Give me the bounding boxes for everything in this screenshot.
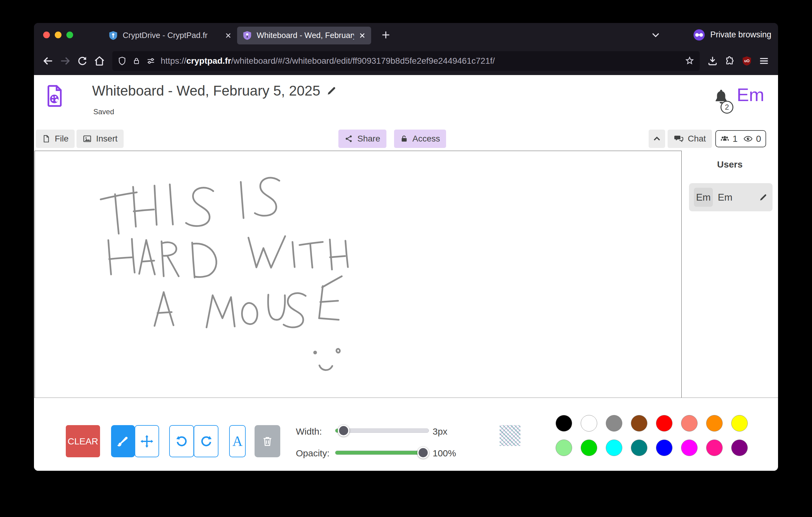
tab-whiteboard[interactable]: Whiteboard - Wed, February 5, 2 — [237, 27, 371, 45]
page-title-row: Whiteboard - Wed, February 5, 2025 — [92, 82, 337, 99]
color-swatch[interactable] — [631, 415, 647, 432]
url-bar[interactable]: https://cryptpad.fr/whiteboard/#/3/white… — [112, 51, 700, 71]
bookmark-star-icon[interactable] — [685, 56, 695, 66]
text-tool-button[interactable]: A — [229, 425, 246, 457]
reload-button[interactable] — [75, 54, 89, 68]
desktop-background: CryptDrive - CryptPad.fr Whiteboard - We… — [0, 0, 812, 517]
cryptpad-shield-icon — [242, 30, 253, 41]
insert-menu-label: Insert — [96, 134, 117, 144]
color-swatch[interactable] — [606, 439, 622, 456]
drawing-stroke — [319, 318, 339, 320]
width-slider[interactable] — [335, 429, 429, 433]
drawing-stroke — [170, 184, 173, 224]
private-browsing-label: Private browsing — [710, 30, 771, 39]
forward-button[interactable] — [58, 54, 72, 68]
drawing-stroke — [154, 292, 164, 326]
redo-button[interactable] — [194, 425, 219, 457]
delete-tool-button[interactable] — [255, 425, 280, 457]
move-tool-button[interactable] — [135, 425, 159, 457]
color-swatch[interactable] — [631, 439, 647, 456]
user-list-item[interactable]: Em Em — [689, 183, 773, 211]
undo-button[interactable] — [169, 425, 194, 457]
account-avatar[interactable]: Em — [737, 84, 764, 105]
color-swatch[interactable] — [581, 439, 597, 456]
color-swatch[interactable] — [731, 415, 748, 432]
hamburger-menu-icon — [758, 55, 770, 67]
notifications-count-badge: 2 — [721, 101, 733, 114]
insert-menu-button[interactable]: Insert — [77, 130, 124, 148]
opacity-slider-thumb[interactable] — [417, 447, 429, 459]
puzzle-icon — [724, 55, 735, 66]
url-text[interactable]: https://cryptpad.fr/whiteboard/#/3/white… — [161, 56, 681, 66]
opacity-label: Opacity: — [296, 448, 329, 459]
forward-arrow-icon — [59, 55, 71, 67]
width-slider-thumb[interactable] — [338, 425, 349, 436]
color-swatch[interactable] — [606, 415, 622, 432]
app-menu-button[interactable] — [757, 54, 771, 68]
drawing-stroke — [345, 241, 348, 267]
color-swatch[interactable] — [656, 439, 672, 456]
color-swatch[interactable] — [656, 415, 672, 432]
brush-tool-button[interactable] — [111, 425, 135, 457]
color-palette — [556, 415, 748, 456]
color-swatch[interactable] — [706, 439, 723, 456]
color-swatch[interactable] — [556, 439, 572, 456]
tab-cryptdrive[interactable]: CryptDrive - CryptPad.fr — [103, 27, 237, 45]
maximize-window-button[interactable] — [66, 31, 73, 38]
collapse-toolbar-button[interactable] — [648, 130, 665, 148]
edit-title-pencil-icon[interactable] — [326, 85, 337, 96]
color-swatch[interactable] — [581, 415, 597, 432]
opacity-slider[interactable] — [335, 451, 429, 455]
access-button[interactable]: Access — [394, 130, 446, 148]
drawing-stroke — [242, 303, 257, 324]
chat-button[interactable]: Chat — [668, 130, 712, 148]
ublock-origin-button[interactable]: uO — [740, 54, 754, 68]
new-tab-button[interactable] — [379, 28, 393, 42]
drawing-stroke — [310, 244, 312, 268]
home-button[interactable] — [92, 54, 107, 68]
home-icon — [93, 55, 106, 67]
user-avatar: Em — [694, 188, 713, 207]
drawing-stroke — [142, 261, 154, 262]
color-swatch[interactable] — [731, 439, 748, 456]
color-swatch[interactable] — [556, 415, 572, 432]
eye-icon — [743, 134, 753, 144]
minimize-window-button[interactable] — [55, 31, 61, 38]
close-window-button[interactable] — [43, 31, 50, 38]
whiteboard-canvas[interactable] — [35, 151, 682, 398]
users-group-icon — [720, 134, 729, 143]
drawing-stroke — [284, 293, 306, 327]
color-swatch[interactable] — [706, 415, 723, 432]
save-status: Saved — [93, 108, 114, 116]
connection-lock-icon[interactable] — [132, 56, 141, 65]
color-swatch[interactable] — [681, 439, 698, 456]
edit-user-pencil-icon[interactable] — [759, 193, 767, 201]
color-swatch[interactable] — [681, 415, 698, 432]
share-nodes-icon — [345, 134, 353, 143]
clear-button[interactable]: CLEAR — [66, 425, 100, 457]
undo-icon — [175, 434, 189, 448]
participants-indicator[interactable]: 1 0 — [715, 130, 766, 147]
back-button[interactable] — [41, 54, 55, 68]
drawing-stroke — [162, 242, 176, 256]
notifications-button[interactable]: 2 — [712, 88, 733, 113]
move-icon — [140, 434, 154, 448]
tab-bar: CryptDrive - CryptPad.fr Whiteboard - We… — [34, 23, 778, 47]
drawing-stroke — [268, 295, 285, 320]
chevron-down-icon — [650, 29, 661, 40]
drawing-toolbar: CLEAR — [34, 398, 778, 471]
downloads-button[interactable] — [705, 54, 720, 68]
svg-text:uO: uO — [744, 58, 750, 63]
close-tab-icon[interactable] — [224, 31, 232, 39]
tracking-protection-shield-icon[interactable] — [117, 56, 127, 66]
list-all-tabs-button[interactable] — [648, 28, 663, 42]
file-menu-button[interactable]: File — [36, 130, 75, 148]
drawing-stroke — [132, 239, 135, 273]
close-tab-icon[interactable] — [358, 31, 366, 39]
users-panel: Users Em Em — [682, 151, 778, 398]
permissions-icon[interactable] — [146, 56, 156, 66]
chat-bubbles-icon — [674, 134, 684, 144]
extensions-button[interactable] — [723, 54, 737, 68]
url-scheme: https:// — [161, 56, 186, 65]
share-button[interactable]: Share — [338, 130, 386, 148]
